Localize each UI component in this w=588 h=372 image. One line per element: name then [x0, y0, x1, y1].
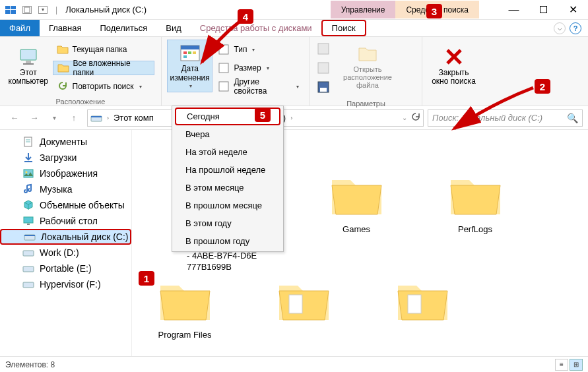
this-pc-button[interactable]: Этот компьютер: [5, 40, 51, 92]
nav-music[interactable]: Музыка: [0, 181, 131, 197]
search-input[interactable]: Поиск: Локальный диск (C:) 🔍: [428, 109, 583, 127]
size-button[interactable]: Размер ▾: [214, 61, 303, 75]
svg-rect-10: [181, 46, 199, 49]
computer-icon: [18, 46, 39, 67]
contextual-tab-manage[interactable]: Управление: [331, 1, 396, 18]
minimize-button[interactable]: ―: [499, 0, 529, 20]
folder-item[interactable]: [264, 275, 343, 340]
folder-program-files[interactable]: Program Files: [145, 275, 224, 340]
help-button[interactable]: ?: [570, 22, 581, 34]
close-search-button[interactable]: Закрыть окно поиска: [428, 40, 480, 92]
explorer-body: Документы Загрузки Изображения Музыка Об…: [0, 130, 588, 356]
nav-3d-objects[interactable]: Объемные объекты: [0, 197, 131, 213]
other-props-button[interactable]: Другие свойства ▾: [214, 79, 303, 94]
navigation-pane[interactable]: Документы Загрузки Изображения Музыка Об…: [0, 130, 132, 356]
drive-icon: [22, 278, 34, 290]
date-filter-menu: Сегодня Вчера На этой неделе На прошлой …: [172, 106, 284, 252]
current-folder-button[interactable]: Текущая папка: [53, 42, 154, 57]
search-again-button[interactable]: Повторить поиск ▾: [53, 79, 154, 94]
folder-games[interactable]: Games: [317, 170, 396, 242]
folder-icon: [395, 275, 451, 325]
dropdown-arrow-icon: ▾: [252, 47, 255, 53]
date-yesterday[interactable]: Вчера: [172, 125, 283, 143]
svg-rect-12: [188, 51, 191, 54]
search-tab[interactable]: Поиск: [321, 20, 366, 36]
svg-rect-14: [183, 55, 187, 58]
icons-view-button[interactable]: ⊞: [570, 359, 583, 371]
advanced-options-icon[interactable]: [317, 61, 330, 77]
properties-icon: [218, 80, 230, 92]
nav-documents[interactable]: Документы: [0, 134, 131, 150]
breadcrumb-this-pc[interactable]: Этот комп: [114, 113, 154, 123]
date-this-year[interactable]: В этом году: [172, 214, 283, 232]
music-icon: [22, 183, 34, 195]
svg-rect-18: [318, 44, 329, 54]
date-this-month[interactable]: В этом месяце: [172, 179, 283, 197]
date-modified-button[interactable]: Дата изменения ▾: [167, 40, 212, 92]
breadcrumb-chevron-icon[interactable]: ›: [105, 115, 111, 121]
drive-icon: [24, 231, 36, 243]
folder-perflogs[interactable]: PerfLogs: [436, 170, 515, 242]
dropdown-arrow-icon: ▾: [296, 84, 299, 90]
date-last-week[interactable]: На прошлой неделе: [172, 161, 283, 179]
search-icon[interactable]: 🔍: [567, 113, 578, 123]
file-tab[interactable]: Файл: [0, 20, 40, 36]
recent-searches-icon[interactable]: [317, 42, 330, 57]
svg-rect-1: [11, 6, 16, 9]
nav-work-d[interactable]: Work (D:): [0, 245, 131, 261]
save-search-icon[interactable]: [317, 80, 330, 96]
open-location-button[interactable]: Открыть расположение файла: [331, 40, 404, 92]
kind-button[interactable]: Тип ▾: [214, 42, 303, 57]
svg-rect-37: [289, 295, 302, 313]
forward-button[interactable]: →: [25, 109, 44, 127]
svg-rect-31: [27, 224, 30, 225]
home-tab[interactable]: Главная: [40, 20, 90, 36]
folder-icon: [57, 44, 69, 55]
ribbon-collapse-button[interactable]: ⌵: [554, 22, 566, 34]
address-dropdown-icon[interactable]: ⌄: [402, 114, 407, 121]
back-button[interactable]: ←: [5, 109, 24, 127]
this-pc-label: Этот компьютер: [9, 69, 49, 86]
svg-rect-2: [5, 10, 10, 14]
nav-downloads[interactable]: Загрузки: [0, 150, 131, 166]
up-button[interactable]: ↑: [65, 109, 83, 127]
ribbon-tab-bar: Файл Главная Поделиться Вид Средства раб…: [0, 20, 588, 37]
folder-icon: [329, 170, 385, 219]
drive-icon: [22, 247, 34, 259]
svg-rect-30: [24, 217, 33, 223]
qat-dropdown[interactable]: ▾: [38, 6, 48, 14]
refresh-button[interactable]: [411, 112, 420, 123]
svg-rect-38: [408, 295, 421, 313]
details-view-button[interactable]: ≡: [555, 359, 568, 371]
nav-portable-e[interactable]: Portable (E:): [0, 261, 131, 276]
all-subfolders-button[interactable]: Все вложенные папки: [53, 61, 154, 75]
share-tab[interactable]: Поделиться: [90, 20, 156, 36]
nav-disk-c[interactable]: Локальный диск (C:): [0, 229, 131, 245]
history-dropdown[interactable]: ▾: [45, 109, 63, 127]
svg-rect-19: [318, 63, 329, 73]
qat-button[interactable]: [22, 6, 32, 14]
annotation-marker-2: 2: [535, 79, 550, 94]
address-bar-row: ← → ▾ ↑ › Этот комп ск (C:) › ⌄ Поиск: Л…: [0, 106, 588, 130]
view-tab[interactable]: Вид: [156, 20, 191, 36]
svg-rect-5: [540, 7, 547, 13]
date-last-month[interactable]: В прошлом месяце: [172, 197, 283, 214]
date-this-week[interactable]: На этой неделе: [172, 143, 283, 161]
close-window-button[interactable]: ✕: [558, 0, 588, 20]
maximize-button[interactable]: [529, 0, 558, 20]
title-separator: |: [51, 5, 61, 15]
cube-icon: [22, 199, 34, 211]
nav-desktop[interactable]: Рабочий стол: [0, 213, 131, 229]
nav-hypervisor-f[interactable]: Hypervisor (F:): [0, 276, 131, 292]
desktop-icon: [22, 215, 34, 227]
date-modified-label: Дата изменения: [170, 65, 210, 82]
svg-rect-4: [24, 7, 30, 13]
dropdown-arrow-icon: ▾: [189, 84, 192, 90]
disk-tools-tab[interactable]: Средства работы с дисками: [191, 20, 321, 36]
breadcrumb-chevron-icon[interactable]: ›: [288, 115, 294, 121]
downloads-icon: [22, 152, 34, 164]
folder-item[interactable]: [383, 275, 462, 340]
date-last-year[interactable]: В прошлом году: [172, 232, 283, 250]
close-icon: [443, 46, 465, 67]
nav-pictures[interactable]: Изображения: [0, 166, 131, 181]
